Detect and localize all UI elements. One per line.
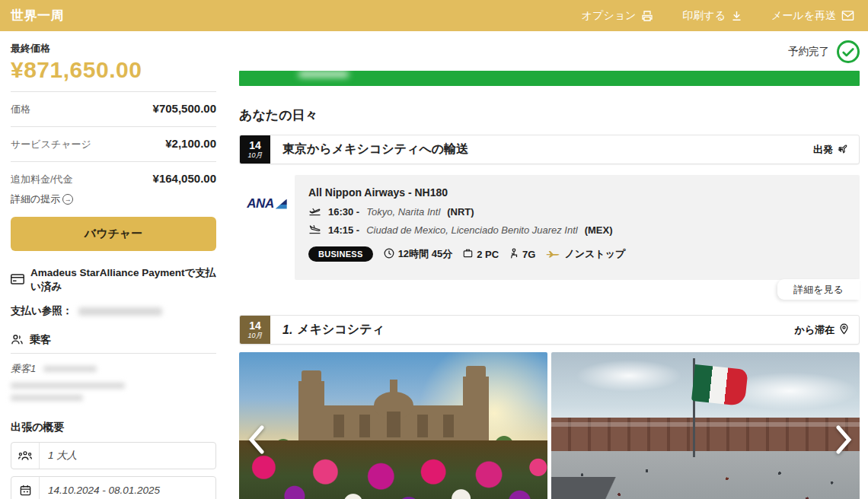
airplane-icon bbox=[838, 143, 849, 157]
ana-logo: ANA bbox=[239, 175, 295, 280]
voucher-button[interactable]: バウチャー bbox=[11, 217, 216, 251]
divider bbox=[11, 91, 216, 92]
payment-status: Amadeus StarAlliance Paymentで支払い済み bbox=[11, 266, 216, 294]
show-details-link[interactable]: 詳細の提示 → bbox=[11, 192, 216, 206]
print-button[interactable]: 印刷する bbox=[682, 9, 742, 23]
pricing-sidebar: 最終価格 ¥871,650.00 価格 ¥705,500.00 サービスチャージ… bbox=[0, 31, 228, 499]
carousel-prev-arrow[interactable] bbox=[248, 425, 265, 454]
days-section-title: あなたの日々 bbox=[239, 106, 860, 124]
redacted-text bbox=[11, 395, 83, 401]
passengers-section-title: 乗客 bbox=[11, 333, 216, 347]
plane-landing-icon bbox=[308, 224, 321, 237]
flight-amenities: BUSINESS 12時間 45分 2 PC bbox=[308, 246, 846, 262]
view-details-button[interactable]: 詳細を見る bbox=[777, 279, 860, 300]
location-pin-icon bbox=[839, 323, 849, 337]
date-badge: 14 10月 bbox=[240, 316, 270, 344]
seat-icon bbox=[509, 248, 519, 261]
cabin-class-badge: BUSINESS bbox=[308, 246, 373, 262]
calendar-icon bbox=[11, 477, 40, 499]
stay-card-header[interactable]: 14 10月 1. メキシコシティ から滞在 bbox=[239, 315, 860, 345]
flight-segment: ANA All Nippon Airways - NH180 16:30 - T… bbox=[239, 175, 860, 280]
download-icon bbox=[731, 10, 742, 21]
check-circle-icon bbox=[837, 40, 860, 63]
stay-card-title: 1. メキシコシティ bbox=[270, 316, 385, 344]
printer-icon bbox=[641, 10, 653, 22]
arrow-right-circle-icon: → bbox=[62, 194, 73, 205]
departure-tag: 出発 bbox=[813, 135, 859, 164]
departure-row: 16:30 - Tokyo, Narita Intl (NRT) bbox=[308, 205, 846, 218]
divider bbox=[11, 353, 216, 354]
road bbox=[551, 477, 643, 499]
travelers-icon bbox=[11, 443, 40, 469]
stops-info: ノンストップ bbox=[546, 247, 625, 261]
transport-card-header[interactable]: 14 10月 東京からメキシコシティへの輸送 出発 bbox=[239, 135, 860, 164]
app-header: 世界一周 オプション 印刷する メールを再送 bbox=[0, 0, 868, 31]
tab-row: 詳細を見る bbox=[239, 280, 860, 300]
payment-reference: 支払い参照： bbox=[11, 304, 216, 318]
price-row: 価格 ¥705,500.00 bbox=[11, 100, 216, 118]
resend-email-button[interactable]: メールを再送 bbox=[771, 9, 854, 23]
trip-overview-title: 出張の概要 bbox=[11, 421, 216, 434]
seat-assignment: 7G bbox=[509, 248, 535, 261]
credit-card-icon bbox=[11, 274, 24, 287]
cloud bbox=[576, 360, 682, 392]
duration: 12時間 45分 bbox=[384, 247, 453, 261]
price-row: 追加料金/代金 ¥164,050.00 bbox=[11, 170, 216, 188]
plane-takeoff-icon bbox=[308, 205, 321, 218]
date-badge: 14 10月 bbox=[240, 135, 270, 164]
final-price-label: 最終価格 bbox=[11, 42, 216, 56]
mexico-city-cathedral-photo bbox=[239, 352, 547, 499]
transport-card-title: 東京からメキシコシティへの輸送 bbox=[270, 135, 468, 164]
flight-details-panel: All Nippon Airways - NH180 16:30 - Tokyo… bbox=[295, 175, 860, 280]
passenger-1: 乗客1 bbox=[11, 362, 216, 376]
options-button[interactable]: オプション bbox=[582, 9, 654, 23]
itinerary-main: 予約完了 あなたの日々 14 10月 東京からメキシコシティへの輸送 出発 AN… bbox=[239, 31, 860, 499]
arrival-row: 14:15 - Ciudad de Mexico, Licenciado Ben… bbox=[308, 224, 846, 237]
destination-gallery bbox=[239, 352, 860, 499]
divider bbox=[11, 126, 216, 127]
buildings-silhouette bbox=[551, 418, 860, 451]
header-actions: オプション 印刷する メールを再送 bbox=[582, 9, 854, 23]
divider bbox=[11, 161, 216, 162]
mexican-flag bbox=[691, 364, 748, 406]
redacted-text bbox=[298, 71, 349, 78]
page-title: 世界一周 bbox=[11, 7, 64, 24]
redacted-text bbox=[11, 383, 125, 389]
flight-name: All Nippon Airways - NH180 bbox=[308, 186, 846, 199]
flower-bed bbox=[239, 440, 547, 499]
progress-bar bbox=[239, 71, 860, 86]
carousel-next-arrow[interactable] bbox=[835, 425, 852, 454]
stay-tag: から滞在 bbox=[794, 316, 859, 344]
zocalo-plaza-photo bbox=[551, 352, 860, 499]
passengers-icon bbox=[11, 334, 24, 347]
travelers-field[interactable]: 1 大人 bbox=[11, 442, 216, 469]
briefcase-icon bbox=[463, 248, 473, 260]
mail-icon bbox=[841, 10, 854, 21]
redacted-text bbox=[78, 307, 162, 316]
redacted-text bbox=[43, 366, 97, 372]
ana-swoosh-icon bbox=[276, 199, 287, 209]
baggage-allowance: 2 PC bbox=[463, 248, 499, 260]
final-price-value: ¥871,650.00 bbox=[11, 57, 216, 83]
clock-icon bbox=[384, 248, 394, 261]
price-row: サービスチャージ ¥2,100.00 bbox=[11, 135, 216, 153]
dates-field[interactable]: 14.10.2024 - 08.01.2025 bbox=[11, 476, 216, 499]
nonstop-plane-icon bbox=[546, 248, 560, 261]
booking-status: 予約完了 bbox=[239, 40, 860, 63]
